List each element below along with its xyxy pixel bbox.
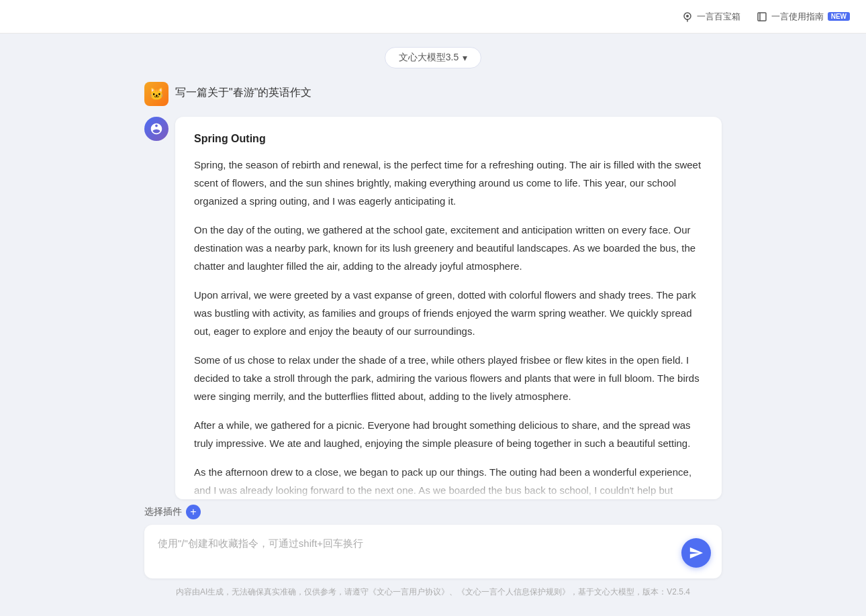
user-message-row: 🐱 写一篇关于"春游"的英语作文: [144, 82, 722, 106]
ai-message-bubble: Spring Outing Spring, the season of rebi…: [175, 117, 722, 499]
model-selector[interactable]: 文心大模型3.5 ▾: [385, 47, 481, 68]
baobao-label: 一言百宝箱: [697, 11, 740, 23]
baobao-link[interactable]: 一言百宝箱: [682, 11, 740, 23]
location-icon: [682, 11, 693, 22]
input-box[interactable]: 使用"/"创建和收藏指令，可通过shift+回车换行: [144, 525, 722, 578]
input-placeholder: 使用"/"创建和收藏指令，可通过shift+回车换行: [158, 535, 708, 552]
essay-paragraph-6: As the afternoon drew to a close, we beg…: [194, 463, 703, 499]
ai-avatar: [144, 117, 169, 141]
essay-paragraph-4: Some of us chose to relax under the shad…: [194, 351, 703, 405]
essay-paragraph-1: Spring, the season of rebirth and renewa…: [194, 156, 703, 210]
essay-title: Spring Outing: [194, 133, 703, 145]
essay-paragraph-2: On the day of the outing, we gathered at…: [194, 221, 703, 275]
guide-label: 一言使用指南: [771, 11, 824, 23]
avatar-emoji: 🐱: [149, 87, 164, 101]
guide-link[interactable]: 一言使用指南 NEW: [757, 11, 850, 23]
essay-paragraph-5: After a while, we gathered for a picnic.…: [194, 416, 703, 452]
plugin-add-button[interactable]: +: [186, 505, 201, 519]
book-icon: [757, 11, 767, 22]
plugin-row: 选择插件 +: [144, 505, 722, 519]
send-icon: [689, 546, 704, 560]
footer-content: 内容由AI生成，无法确保真实准确，仅供参考，请遵守《文心一言用户协议》、《文心一…: [176, 587, 690, 597]
main-container: 文心大模型3.5 ▾ 🐱 写一篇关于"春游"的英语作文 Spring Outin…: [0, 34, 866, 616]
chat-area: 🐱 写一篇关于"春游"的英语作文 Spring Outing Spring, t…: [144, 82, 722, 499]
essay-paragraph-3: Upon arrival, we were greeted by a vast …: [194, 286, 703, 340]
plugin-label: 选择插件: [144, 506, 182, 518]
svg-point-1: [686, 15, 689, 17]
footer-text: 内容由AI生成，无法确保真实准确，仅供参考，请遵守《文心一言用户协议》、《文心一…: [144, 578, 722, 609]
ai-message-row: Spring Outing Spring, the season of rebi…: [144, 117, 722, 499]
top-bar: 一言百宝箱 一言使用指南 NEW: [0, 0, 866, 34]
new-badge: NEW: [828, 12, 850, 21]
svg-rect-3: [758, 13, 766, 21]
user-message-text: 写一篇关于"春游"的英语作文: [175, 82, 311, 100]
model-label: 文心大模型3.5: [399, 52, 459, 64]
ai-icon: [149, 121, 164, 136]
bottom-area: 选择插件 + 使用"/"创建和收藏指令，可通过shift+回车换行: [144, 505, 722, 578]
chevron-down-icon: ▾: [463, 52, 467, 63]
send-button[interactable]: [681, 538, 711, 568]
user-avatar: 🐱: [144, 82, 169, 106]
